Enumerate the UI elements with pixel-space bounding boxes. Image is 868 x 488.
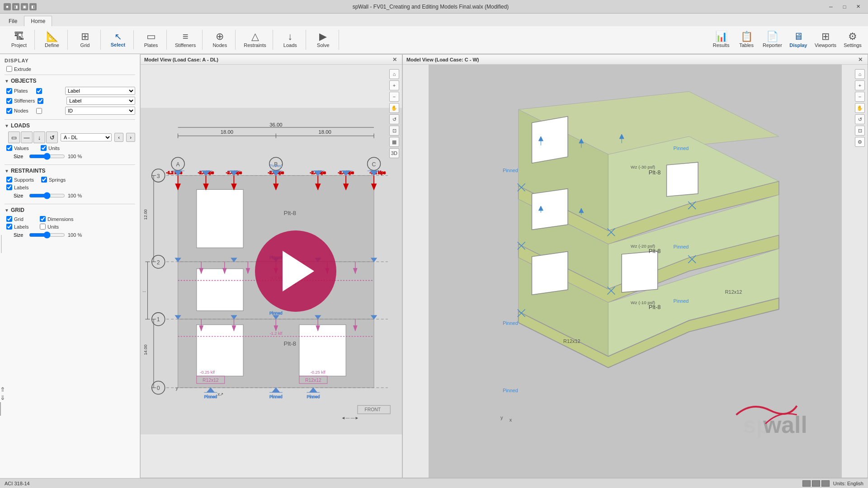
nav-select-box-btn[interactable]: ▦ bbox=[389, 137, 399, 147]
nodes-select[interactable]: ID bbox=[65, 107, 135, 115]
restraints-labels-cb-label[interactable]: Labels bbox=[6, 184, 33, 190]
plates-button[interactable]: ▭ Plates bbox=[139, 31, 163, 49]
dimensions-cb-label[interactable]: Dimensions bbox=[40, 216, 73, 222]
select-button[interactable]: ↖ Select bbox=[106, 31, 130, 48]
ribbon-group-project: 🏗 Project bbox=[4, 30, 35, 50]
grid-labels-cb-label[interactable]: Labels bbox=[6, 224, 33, 230]
nav-pan-btn[interactable]: ✋ bbox=[389, 103, 399, 113]
nav-3d-rotate-btn[interactable]: ↺ bbox=[855, 114, 865, 124]
display-button[interactable]: 🖥 Display bbox=[787, 31, 810, 49]
nav-3d-btn[interactable]: 3D bbox=[389, 148, 399, 158]
load-case-next[interactable]: › bbox=[126, 133, 135, 142]
grid-button[interactable]: ⊞ Grid bbox=[73, 31, 97, 49]
stiffeners-checkbox[interactable] bbox=[6, 98, 12, 104]
loads-size-slider[interactable] bbox=[29, 153, 65, 160]
settings-button[interactable]: ⚙ Settings bbox=[841, 31, 864, 49]
nav-fit-btn[interactable]: ⊡ bbox=[389, 126, 399, 136]
restraints-size-pct: 100 % bbox=[68, 193, 82, 198]
springs-checkbox[interactable] bbox=[41, 177, 47, 183]
nav-zoom-out-btn[interactable]: − bbox=[389, 92, 399, 102]
load-btn-line[interactable]: — bbox=[21, 131, 33, 143]
nodes-sub-checkbox[interactable] bbox=[36, 108, 42, 114]
grid-checkbox[interactable] bbox=[6, 216, 12, 222]
tab-file[interactable]: File bbox=[2, 16, 24, 26]
status-view-icon-1[interactable] bbox=[802, 480, 811, 487]
objects-header[interactable]: ▼ OBJECTS bbox=[5, 78, 135, 84]
load-btn-moment[interactable]: ↺ bbox=[46, 131, 58, 143]
grid-size-slider[interactable] bbox=[29, 231, 65, 239]
load-case-select[interactable]: A - DL B - LL C - W bbox=[61, 133, 112, 141]
stiffeners-sub-checkbox[interactable] bbox=[38, 98, 43, 104]
grid-header[interactable]: ▼ GRID bbox=[5, 207, 135, 213]
nav-3d-zoom-out-btn[interactable]: − bbox=[855, 92, 865, 102]
load-case-prev[interactable]: ‹ bbox=[114, 133, 123, 142]
stiffeners-sub-checkbox-label[interactable] bbox=[38, 98, 65, 104]
values-checkbox[interactable] bbox=[6, 145, 12, 151]
grid-labels-checkbox[interactable] bbox=[6, 224, 12, 230]
results-button[interactable]: 📊 Results bbox=[709, 31, 733, 49]
restraints-labels-checkbox[interactable] bbox=[6, 184, 12, 190]
project-button[interactable]: 🏗 Project bbox=[7, 31, 31, 49]
plates-sub-checkbox[interactable] bbox=[36, 88, 42, 94]
nodes-sub-checkbox-label[interactable] bbox=[36, 108, 63, 114]
stiffeners-select[interactable]: Label bbox=[66, 97, 135, 105]
reporter-button[interactable]: 📄 Reporter bbox=[760, 31, 785, 49]
restraints-size-slider[interactable] bbox=[29, 192, 65, 199]
define-button[interactable]: 📐 Define bbox=[40, 31, 64, 49]
nodes-button[interactable]: ⊕ Nodes bbox=[208, 31, 231, 49]
project-label: Project bbox=[11, 42, 27, 48]
stiffeners-cb-label[interactable]: Stiffeners bbox=[6, 98, 35, 104]
extrude-label[interactable]: Extrude bbox=[6, 66, 33, 72]
units-cb-label[interactable]: Units bbox=[41, 145, 68, 151]
view-close-right[interactable]: ✕ bbox=[857, 56, 864, 63]
grid-units-checkbox[interactable] bbox=[40, 224, 46, 230]
tab-home[interactable]: Home bbox=[24, 16, 52, 26]
loads-header[interactable]: ▼ LOADS bbox=[5, 122, 135, 129]
extrude-checkbox[interactable] bbox=[6, 66, 12, 72]
nav-3d-fit-btn[interactable]: ⊡ bbox=[855, 126, 865, 136]
svg-text:Plt-8: Plt-8 bbox=[649, 169, 661, 176]
view-body-right[interactable]: Pinned Pinned Pinned Pinned Pinned Pinne… bbox=[403, 65, 868, 478]
view-body-left[interactable]: 18.00 18.00 36.00 A B C bbox=[141, 65, 402, 478]
plates-select[interactable]: Label bbox=[65, 87, 135, 95]
restraints-button[interactable]: △ Restraints bbox=[241, 31, 269, 49]
grid-cb-label[interactable]: Grid bbox=[6, 216, 33, 222]
svg-text:Pinned: Pinned bbox=[269, 164, 283, 168]
status-view-icon-2[interactable] bbox=[812, 480, 820, 487]
solve-button[interactable]: ▶ Solve bbox=[311, 31, 335, 49]
stiffeners-button[interactable]: ≡ Stiffeners bbox=[172, 31, 198, 49]
nodes-checkbox[interactable] bbox=[6, 108, 12, 114]
scroll-down-icon[interactable]: ⇓ bbox=[0, 394, 5, 401]
nav-home-btn[interactable]: ⌂ bbox=[389, 69, 399, 79]
tables-button[interactable]: 📋 Tables bbox=[735, 31, 758, 49]
nav-3d-zoom-in-btn[interactable]: + bbox=[855, 80, 865, 90]
view-close-left[interactable]: ✕ bbox=[391, 56, 398, 63]
dimensions-checkbox[interactable] bbox=[40, 216, 46, 222]
restraints-header[interactable]: ▼ RESTRAINTS bbox=[5, 168, 135, 174]
play-button[interactable] bbox=[255, 230, 336, 312]
supports-checkbox[interactable] bbox=[6, 177, 12, 183]
plates-cb-label[interactable]: Plates bbox=[6, 88, 33, 94]
load-btn-point[interactable]: ↓ bbox=[33, 131, 45, 143]
grid-units-cb-label[interactable]: Units bbox=[40, 224, 67, 230]
loads-button[interactable]: ↓ Loads bbox=[278, 31, 302, 49]
nav-3d-settings-btn[interactable]: ⚙ bbox=[855, 137, 865, 147]
maximize-button[interactable]: □ bbox=[838, 2, 851, 12]
springs-cb-label[interactable]: Springs bbox=[41, 177, 68, 183]
nav-zoom-in-btn[interactable]: + bbox=[389, 80, 399, 90]
close-button[interactable]: ✕ bbox=[852, 2, 864, 12]
plates-sub-checkbox-label[interactable] bbox=[36, 88, 63, 94]
supports-cb-label[interactable]: Supports bbox=[6, 177, 34, 183]
load-btn-plate[interactable]: ▭ bbox=[8, 131, 20, 143]
viewports-button[interactable]: ⊞ Viewports bbox=[812, 31, 839, 49]
scroll-up-icon[interactable]: ⇑ bbox=[0, 386, 5, 393]
status-view-icon-3[interactable] bbox=[821, 480, 830, 487]
nav-3d-pan-btn[interactable]: ✋ bbox=[855, 103, 865, 113]
nodes-cb-label[interactable]: Nodes bbox=[6, 108, 33, 114]
plates-checkbox[interactable] bbox=[6, 88, 12, 94]
units-checkbox[interactable] bbox=[41, 145, 47, 151]
values-cb-label[interactable]: Values bbox=[6, 145, 33, 151]
nav-3d-home-btn[interactable]: ⌂ bbox=[855, 69, 865, 79]
minimize-button[interactable]: ─ bbox=[825, 2, 837, 12]
nav-rotate-btn[interactable]: ↺ bbox=[389, 114, 399, 124]
